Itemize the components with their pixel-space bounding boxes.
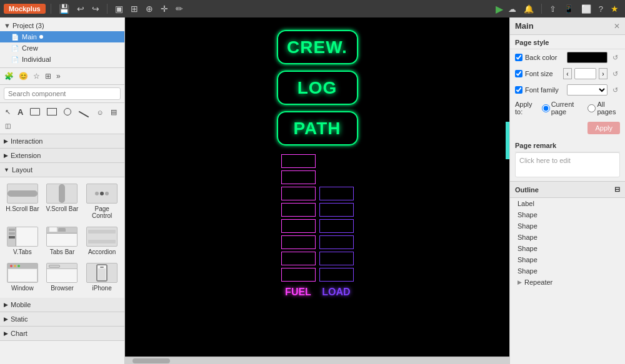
- outline-item-repeater[interactable]: ▶ Repeater: [510, 277, 625, 288]
- logo-button[interactable]: Mockplus: [4, 4, 46, 14]
- box-pink-r1-c1[interactable]: [281, 154, 316, 168]
- canvas-scrollbar[interactable]: [125, 357, 509, 364]
- cloud-icon[interactable]: ☁: [506, 3, 519, 15]
- box-purple-r3-c2[interactable]: [319, 187, 354, 200]
- apply-button[interactable]: Apply: [588, 122, 620, 134]
- crew-button[interactable]: CREW.: [277, 30, 358, 64]
- notification-icon[interactable]: 🔔: [521, 3, 536, 15]
- search-input[interactable]: [4, 87, 121, 100]
- device-icon[interactable]: 📱: [561, 3, 576, 15]
- scroll-thumb[interactable]: [132, 358, 170, 363]
- box-pink-r2-c1[interactable]: [281, 170, 316, 184]
- font-size-checkbox[interactable]: [515, 70, 522, 77]
- layout-section[interactable]: ▼ Layout: [0, 163, 124, 177]
- components-tab-icon[interactable]: 🧩: [2, 71, 16, 82]
- collapse-icon[interactable]: »: [54, 71, 62, 82]
- current-page-radio[interactable]: [542, 104, 550, 112]
- outline-item-label[interactable]: Label: [510, 198, 625, 209]
- box-pink-r5-c1[interactable]: [281, 219, 316, 233]
- table-icon[interactable]: ▤: [108, 106, 119, 118]
- page-individual[interactable]: 📄 Individual: [0, 54, 124, 65]
- move-icon[interactable]: ✛: [158, 2, 171, 15]
- panel-close-icon[interactable]: ✕: [614, 22, 620, 31]
- outline-collapse-icon[interactable]: ⊟: [614, 185, 620, 194]
- star-icon[interactable]: ★: [608, 2, 621, 15]
- text-icon[interactable]: A: [15, 106, 26, 119]
- box-purple-r4-c2[interactable]: [319, 203, 354, 217]
- browser-component[interactable]: Browser: [44, 260, 81, 294]
- back-color-swatch[interactable]: [567, 52, 608, 63]
- grid-icon[interactable]: ⊞: [43, 71, 53, 82]
- window-icon[interactable]: ⬜: [579, 3, 594, 15]
- extension-section[interactable]: ▶ Extension: [0, 149, 124, 163]
- redo-icon[interactable]: ↪: [89, 2, 102, 15]
- font-size-reset[interactable]: ↺: [610, 69, 620, 79]
- pagecontrol-component[interactable]: Page Control: [83, 181, 121, 222]
- hscrollbar-component[interactable]: H.Scroll Bar: [4, 181, 41, 222]
- emoji-icon[interactable]: 😊: [17, 71, 30, 82]
- font-family-dropdown[interactable]: [567, 84, 608, 96]
- boxes-section: FUEL LOAD: [281, 154, 354, 298]
- line-icon[interactable]: [76, 107, 92, 118]
- chart-section[interactable]: ▶ Chart: [0, 327, 124, 341]
- outline-item-shape2[interactable]: Shape: [510, 220, 625, 232]
- box-purple-r8-c2[interactable]: [319, 268, 354, 282]
- outline-item-shape6[interactable]: Shape: [510, 265, 625, 277]
- cursor-icon[interactable]: ↖: [2, 106, 13, 118]
- vtabs-component[interactable]: V.Tabs: [4, 224, 41, 258]
- font-size-input[interactable]: 12: [574, 68, 596, 79]
- outline-item-shape1[interactable]: Shape: [510, 209, 625, 220]
- emoji2-icon[interactable]: ☺: [94, 107, 106, 118]
- all-pages-radio-label[interactable]: All pages: [588, 101, 620, 116]
- undo-icon[interactable]: ↩: [74, 2, 87, 15]
- vscrollbar-component[interactable]: V.Scroll Bar: [44, 181, 81, 222]
- tabsbar-component[interactable]: Tabs Bar: [44, 224, 81, 258]
- path-button[interactable]: PATH: [277, 111, 358, 145]
- remark-box[interactable]: Click here to edit: [515, 152, 620, 177]
- box-purple-r6-c2[interactable]: [319, 235, 354, 249]
- help-icon[interactable]: ?: [596, 3, 606, 15]
- box-purple-r5-c2[interactable]: [319, 219, 354, 233]
- box-pink-r4-c1[interactable]: [281, 203, 316, 217]
- accordion-component[interactable]: Accordion: [83, 224, 121, 258]
- page-main[interactable]: 📄 Main: [0, 31, 124, 42]
- project-header[interactable]: ▼ Project (3): [0, 20, 124, 31]
- shape-rect-icon[interactable]: [44, 106, 59, 119]
- font-size-decrement[interactable]: ‹: [563, 68, 572, 79]
- outline-item-shape4[interactable]: Shape: [510, 243, 625, 254]
- mobile-section[interactable]: ▶ Mobile: [0, 298, 124, 312]
- play-button[interactable]: ▶: [496, 3, 503, 15]
- box-pink-r3-c1[interactable]: [281, 187, 316, 200]
- window-component[interactable]: Window: [4, 260, 41, 294]
- bookmark-icon[interactable]: ☆: [31, 71, 42, 82]
- all-pages-radio[interactable]: [588, 104, 596, 112]
- static-section[interactable]: ▶ Static: [0, 312, 124, 327]
- canvas-area[interactable]: CREW. LOG PATH: [125, 17, 509, 364]
- back-color-reset[interactable]: ↺: [610, 52, 620, 62]
- box-pink-r8-c1[interactable]: [281, 268, 316, 282]
- shape-circle-icon[interactable]: [61, 106, 74, 119]
- log-button[interactable]: LOG: [277, 71, 358, 105]
- font-family-reset[interactable]: ↺: [610, 85, 620, 95]
- outline-item-shape5[interactable]: Shape: [510, 254, 625, 265]
- page-crew[interactable]: 📄 Crew: [0, 42, 124, 54]
- interaction-section[interactable]: ▶ Interaction: [0, 134, 124, 149]
- box-pink-r7-c1[interactable]: [281, 252, 316, 265]
- back-color-checkbox[interactable]: [515, 54, 522, 61]
- zoom-icon[interactable]: ⊕: [143, 2, 156, 15]
- outline-item-shape3[interactable]: Shape: [510, 232, 625, 243]
- component-icon[interactable]: ⊞: [128, 2, 141, 15]
- share-icon[interactable]: ⇧: [547, 3, 559, 15]
- font-family-checkbox[interactable]: [515, 86, 522, 94]
- box-pink-r6-c1[interactable]: [281, 235, 316, 249]
- iphone-component[interactable]: iPhone: [83, 260, 121, 294]
- box-purple-r7-c2[interactable]: [319, 252, 354, 265]
- textfield-icon[interactable]: [28, 106, 42, 119]
- font-size-increment[interactable]: ›: [599, 68, 608, 79]
- image-icon[interactable]: ◫: [2, 121, 13, 131]
- frame-icon[interactable]: ▣: [112, 2, 126, 15]
- pencil-icon[interactable]: ✏: [173, 2, 186, 15]
- component-toolbar: 🧩 😊 ☆ ⊞ »: [0, 68, 124, 85]
- save-icon[interactable]: 💾: [56, 2, 72, 15]
- current-page-radio-label[interactable]: Current page: [542, 101, 584, 116]
